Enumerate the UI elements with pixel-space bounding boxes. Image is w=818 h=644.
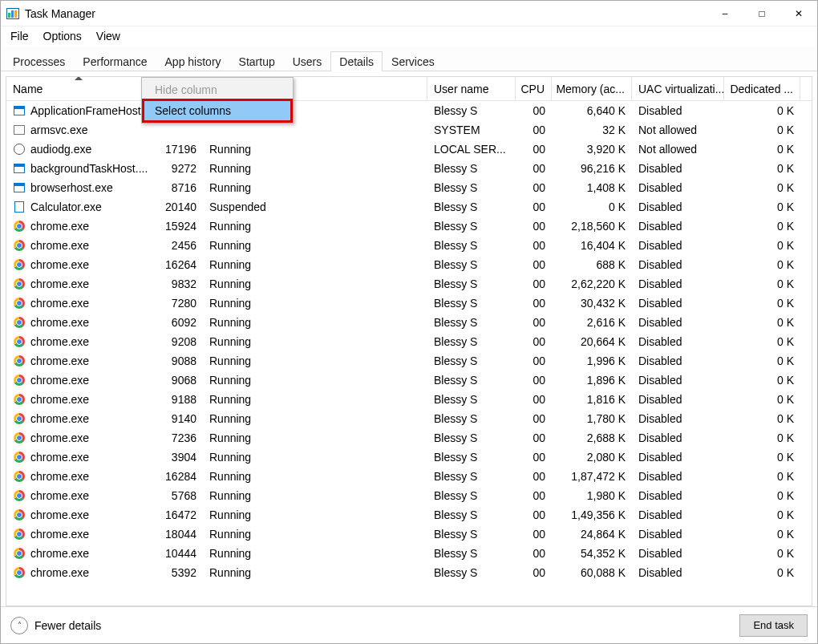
process-name: chrome.exe — [30, 451, 89, 464]
process-memory: 1,408 K — [552, 178, 632, 197]
table-row[interactable]: chrome.exe7280RunningBlessy S0030,432 KD… — [6, 294, 812, 313]
main: Name PID Status User name CPU Memory (ac… — [1, 71, 817, 643]
process-status: Suspended — [203, 197, 427, 217]
table-row[interactable]: chrome.exe9188RunningBlessy S001,816 KDi… — [6, 390, 812, 409]
maximize-button[interactable]: □ — [743, 1, 780, 26]
table-row[interactable]: chrome.exe7236RunningBlessy S002,688 KDi… — [6, 428, 812, 448]
process-cpu: 00 — [516, 351, 552, 371]
process-icon — [13, 451, 26, 464]
menu-view[interactable]: View — [90, 28, 127, 44]
grid-body[interactable]: ApplicationFrameHost.exeBlessy S006,640 … — [6, 101, 812, 606]
process-cpu: 00 — [516, 332, 552, 351]
menu-file[interactable]: File — [4, 28, 35, 44]
process-uac: Disabled — [632, 255, 724, 274]
process-name: chrome.exe — [30, 566, 89, 579]
process-memory: 96,216 K — [552, 159, 632, 178]
process-cpu: 00 — [516, 120, 552, 140]
process-uac: Disabled — [632, 371, 724, 390]
col-user[interactable]: User name — [427, 77, 516, 100]
ctx-hide-column[interactable]: Hide column — [144, 79, 291, 100]
table-row[interactable]: chrome.exe2456RunningBlessy S0016,404 KD… — [6, 236, 812, 255]
table-row[interactable]: chrome.exe16472RunningBlessy S001,49,356… — [6, 505, 812, 525]
process-name: chrome.exe — [30, 489, 89, 502]
table-row[interactable]: chrome.exe15924RunningBlessy S002,18,560… — [6, 217, 812, 236]
chevron-up-icon[interactable]: ˄ — [10, 617, 28, 634]
close-button[interactable]: ✕ — [780, 1, 817, 26]
process-cpu: 00 — [516, 140, 552, 159]
table-row[interactable]: chrome.exe6092RunningBlessy S002,616 KDi… — [6, 313, 812, 332]
table-row[interactable]: chrome.exe16284RunningBlessy S001,87,472… — [6, 467, 812, 486]
process-user: Blessy S — [427, 294, 516, 313]
process-pid: 6092 — [151, 313, 203, 332]
col-cpu[interactable]: CPU — [516, 77, 552, 100]
table-row[interactable]: browserhost.exe8716RunningBlessy S001,40… — [6, 178, 812, 197]
process-memory: 2,18,560 K — [552, 217, 632, 236]
minimize-button[interactable]: – — [707, 1, 743, 26]
process-dedicated: 0 K — [724, 428, 800, 448]
process-cpu: 00 — [516, 467, 552, 486]
process-cpu: 00 — [516, 101, 552, 120]
process-user: LOCAL SER... — [427, 140, 516, 159]
process-icon — [13, 181, 26, 194]
table-row[interactable]: chrome.exe18044RunningBlessy S0024,864 K… — [6, 525, 812, 544]
process-icon — [13, 335, 26, 348]
table-row[interactable]: chrome.exe9208RunningBlessy S0020,664 KD… — [6, 332, 812, 351]
process-memory: 1,780 K — [552, 409, 632, 428]
table-row[interactable]: chrome.exe9068RunningBlessy S001,896 KDi… — [6, 371, 812, 390]
process-status: Running — [203, 332, 427, 351]
process-memory: 688 K — [552, 255, 632, 274]
process-icon — [13, 354, 26, 367]
process-pid: 9140 — [151, 409, 203, 428]
process-pid: 9068 — [151, 371, 203, 390]
ctx-select-columns[interactable]: Select columns — [144, 100, 291, 121]
process-dedicated: 0 K — [724, 448, 800, 467]
process-cpu: 00 — [516, 371, 552, 390]
process-status: Running — [203, 486, 427, 505]
process-pid: 5392 — [151, 563, 203, 582]
col-uac[interactable]: UAC virtualizati... — [632, 77, 724, 100]
process-uac: Disabled — [632, 294, 724, 313]
process-icon — [13, 239, 26, 252]
table-row[interactable]: backgroundTaskHost....9272RunningBlessy … — [6, 159, 812, 178]
process-dedicated: 0 K — [724, 274, 800, 294]
table-row[interactable]: chrome.exe3904RunningBlessy S002,080 KDi… — [6, 448, 812, 467]
process-uac: Disabled — [632, 563, 724, 582]
table-row[interactable]: chrome.exe5768RunningBlessy S001,980 KDi… — [6, 486, 812, 505]
process-user: Blessy S — [427, 544, 516, 563]
process-status: Running — [203, 505, 427, 525]
process-memory: 3,920 K — [552, 140, 632, 159]
tab-processes[interactable]: Processes — [4, 51, 74, 71]
table-row[interactable]: ApplicationFrameHost.exeBlessy S006,640 … — [6, 101, 812, 120]
table-row[interactable]: chrome.exe9088RunningBlessy S001,996 KDi… — [6, 351, 812, 371]
table-row[interactable]: chrome.exe9140RunningBlessy S001,780 KDi… — [6, 409, 812, 428]
table-row[interactable]: chrome.exe5392RunningBlessy S0060,088 KD… — [6, 563, 812, 582]
tab-users[interactable]: Users — [284, 51, 331, 71]
tab-services[interactable]: Services — [383, 51, 443, 71]
process-user: Blessy S — [427, 563, 516, 582]
table-row[interactable]: audiodg.exe17196RunningLOCAL SER...003,9… — [6, 140, 812, 159]
tab-app-history[interactable]: App history — [156, 51, 230, 71]
process-icon — [13, 258, 26, 271]
tab-details[interactable]: Details — [330, 51, 383, 71]
process-status: Running — [203, 140, 427, 159]
table-row[interactable]: chrome.exe9832RunningBlessy S002,62,220 … — [6, 274, 812, 294]
table-row[interactable]: armsvc.exeSYSTEM0032 KNot allowed0 K — [6, 120, 812, 140]
tab-performance[interactable]: Performance — [74, 51, 156, 71]
table-row[interactable]: chrome.exe10444RunningBlessy S0054,352 K… — [6, 544, 812, 563]
process-uac: Disabled — [632, 197, 724, 217]
table-row[interactable]: Calculator.exe20140SuspendedBlessy S000 … — [6, 197, 812, 217]
col-dedicated[interactable]: Dedicated ... — [724, 77, 800, 100]
end-task-button[interactable]: End task — [739, 614, 808, 637]
fewer-details-link[interactable]: Fewer details — [34, 619, 101, 632]
process-icon — [13, 393, 26, 406]
col-memory[interactable]: Memory (ac... — [552, 77, 632, 100]
col-name[interactable]: Name — [6, 77, 151, 100]
process-icon — [13, 528, 26, 541]
process-uac: Disabled — [632, 448, 724, 467]
table-row[interactable]: chrome.exe16264RunningBlessy S00688 KDis… — [6, 255, 812, 274]
process-dedicated: 0 K — [724, 544, 800, 563]
process-dedicated: 0 K — [724, 255, 800, 274]
process-name: chrome.exe — [30, 297, 89, 310]
tab-startup[interactable]: Startup — [230, 51, 284, 71]
menu-options[interactable]: Options — [37, 28, 88, 44]
